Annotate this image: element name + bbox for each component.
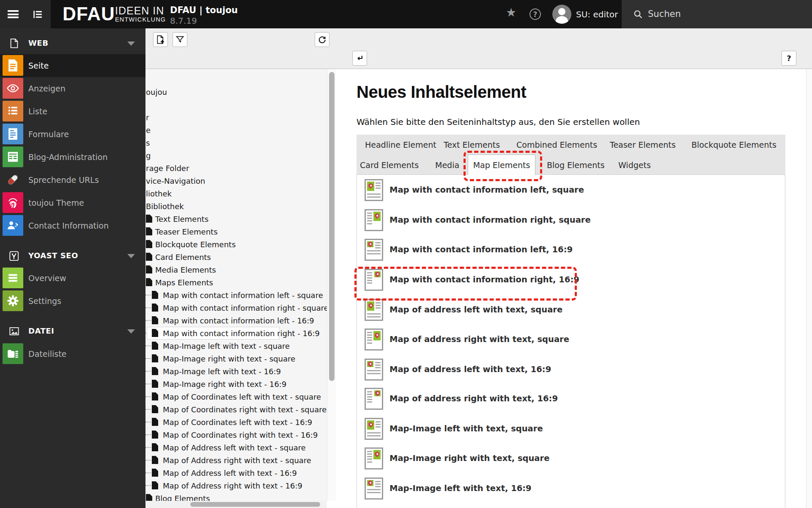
sidebar-item-settings[interactable]: Settings [0, 290, 145, 312]
tree-row[interactable]: vice-Navigation [145, 174, 327, 187]
list-item[interactable]: Map of address left with text, 16:9 [357, 358, 785, 380]
tab-combined-elements[interactable]: Combined Elements [516, 140, 597, 149]
avatar[interactable] [552, 5, 571, 24]
list-item[interactable]: Map of address right with text, square [357, 328, 785, 350]
page-icon [152, 481, 158, 489]
tree-row[interactable]: Text Elements [145, 213, 327, 225]
tree-row[interactable]: liothek [145, 187, 327, 200]
tab-blockquote-elements[interactable]: Blockquote Elements [691, 140, 776, 149]
sidebar-item-contact-information[interactable]: Contact Information [0, 214, 145, 237]
sidebar-item-toujou-theme[interactable]: toujou Theme [0, 191, 145, 214]
content-scrollbar[interactable] [806, 69, 812, 508]
page-subtitle: Wählen Sie bitte den Seiteninhaltstyp au… [357, 117, 640, 127]
tree-row[interactable]: Map of Coordinates right with text - squ… [145, 403, 327, 416]
bookmark-star-icon[interactable]: ★ [506, 6, 516, 19]
close-return-button[interactable] [352, 51, 367, 66]
filter-button[interactable] [173, 32, 187, 47]
tree-row[interactable]: Map with contact information right - squ… [145, 301, 327, 314]
tree-row-selected[interactable]: Map with contact information right - 16:… [145, 327, 327, 340]
bars-icon [3, 268, 23, 288]
tree-row[interactable]: e [145, 124, 327, 136]
module-sidebar: WEB Seite Anzeigen Liste Formulare [0, 28, 145, 508]
tree-row[interactable]: Map-Image left with text - square [145, 340, 327, 352]
tree-horizontal-scrollbar[interactable] [145, 501, 327, 508]
section-web[interactable]: WEB [0, 37, 145, 50]
tree-row[interactable]: Map of Address left with text - square [145, 441, 327, 454]
tab-headline-element[interactable]: Headline Element [365, 140, 436, 149]
sidebar-item-blog-administration[interactable]: Blog-Administration [0, 146, 145, 168]
tree-row[interactable]: Bibliothek [145, 200, 327, 213]
page-icon [146, 253, 152, 261]
list-item[interactable]: Map with contact information left, squar… [357, 179, 785, 201]
list-item[interactable]: Map-Image right with text, square [357, 447, 785, 469]
sidebar-item-seite[interactable]: Seite [0, 54, 145, 77]
tree-row[interactable]: rage Folder [145, 162, 327, 174]
search-input[interactable]: Suchen [622, 0, 812, 28]
opendocs-list-icon[interactable] [32, 9, 43, 20]
tree-row[interactable]: Teaser Elements [145, 225, 327, 238]
map-right-169-icon [365, 269, 383, 291]
tree-row[interactable]: Blockquote Elements [145, 238, 327, 251]
tree-row[interactable]: g [145, 149, 327, 162]
chevron-down-icon [127, 254, 135, 258]
sidebar-item-anzeigen[interactable]: Anzeigen [0, 77, 145, 100]
sidebar-item-liste[interactable]: Liste [0, 100, 145, 123]
tree-row[interactable]: Map of Coordinates left with text - 16:9 [145, 416, 327, 428]
refresh-tree-button[interactable] [315, 32, 329, 47]
scrollbar-thumb[interactable] [329, 72, 335, 381]
map-left-square-icon [365, 299, 383, 321]
webpage-icon [8, 38, 20, 49]
tree-row[interactable]: Card Elements [145, 251, 327, 263]
sidebar-item-sprechende-urls[interactable]: Sprechende URLs [0, 168, 145, 191]
tree-vertical-scrollbar[interactable] [327, 69, 336, 501]
map-right-square-icon [365, 209, 383, 231]
page-icon [152, 456, 158, 464]
tab-media[interactable]: Media [435, 160, 459, 170]
sidebar-item-dateiliste[interactable]: Dateiliste [0, 342, 145, 365]
tree-row[interactable]: Map of Address right with text - 16:9 [145, 479, 327, 492]
new-page-button[interactable] [153, 32, 168, 47]
tree-row[interactable]: s [145, 136, 327, 149]
tree-row[interactable]: Map with contact information left - squa… [145, 289, 327, 301]
section-yoast-seo[interactable]: YOAST SEO [0, 249, 145, 263]
tree-row[interactable]: Maps Elements [145, 276, 327, 289]
map-right-169-icon [365, 388, 383, 410]
context-help-button[interactable]: ? [782, 51, 796, 66]
list-item[interactable]: Map-Image left with text, 16:9 [357, 477, 785, 499]
eye-icon [3, 78, 23, 99]
tree-row[interactable]: Blog Elements [145, 492, 327, 501]
fingerprint-icon [3, 192, 23, 213]
tab-teaser-elements[interactable]: Teaser Elements [610, 140, 676, 149]
list-item[interactable]: Map-Image left with text, square [357, 417, 785, 439]
list-item[interactable]: Map with contact information right, squa… [357, 209, 785, 231]
section-datei[interactable]: DATEI [0, 325, 145, 338]
tab-map-elements-active[interactable]: Map Elements [468, 155, 535, 175]
tree-row[interactable]: Map with contact information left - 16:9 [145, 314, 327, 327]
tree-row[interactable]: Media Elements [145, 263, 327, 276]
tab-card-elements[interactable]: Card Elements [360, 160, 419, 170]
list-item[interactable]: Map with contact information left, 16:9 [357, 238, 785, 260]
tree-row[interactable]: Map of Address left with text - 16:9 [145, 467, 327, 479]
tree-row[interactable]: Map of Coordinates right with text - 16:… [145, 428, 327, 441]
sidebar-item-formulare[interactable]: Formulare [0, 123, 145, 146]
scrollbar-thumb[interactable] [190, 502, 320, 507]
tab-text-elements[interactable]: Text Elements [444, 140, 500, 149]
list-item[interactable]: Map of address right with text, 16:9 [357, 387, 785, 409]
tab-widgets[interactable]: Widgets [618, 160, 651, 170]
tree-row[interactable]: Map-Image right with text - square [145, 352, 327, 365]
tree-row[interactable]: Map-Image right with text - 16:9 [145, 378, 327, 390]
user-menu[interactable]: SU: editor [576, 9, 618, 19]
tree-row[interactable]: Map-Image left with text - 16:9 [145, 365, 327, 378]
sidebar-item-overview[interactable]: Overview [0, 267, 145, 290]
tree-row[interactable]: Map of Coordinates left with text - squa… [145, 390, 327, 403]
chevron-down-icon [127, 41, 135, 46]
tree-row[interactable]: r [145, 111, 327, 124]
tab-blog-elements[interactable]: Blog Elements [547, 160, 605, 170]
menu-toggle-button[interactable] [8, 10, 19, 18]
list-item-highlighted[interactable]: Map with contact information right, 16:9 [357, 268, 785, 290]
tree-row[interactable]: Map of Address right with text - square [145, 454, 327, 467]
list-item[interactable]: Map of address left with text, square [357, 298, 785, 320]
typo3-version: 8.7.19 [170, 16, 197, 26]
tree-row[interactable]: oujou [145, 86, 327, 98]
help-icon[interactable]: ? [529, 8, 541, 20]
